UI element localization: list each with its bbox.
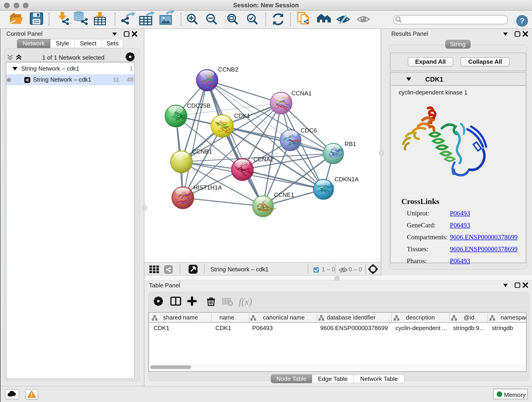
svg-text:CCNB1: CCNB1 xyxy=(192,148,212,155)
svg-text:CDKN1A: CDKN1A xyxy=(335,176,359,183)
svg-text:f(x): f(x) xyxy=(239,296,252,307)
svg-text:CCNB2: CCNB2 xyxy=(218,66,238,73)
svg-text:CDC6: CDC6 xyxy=(301,127,317,134)
svg-text:RB1: RB1 xyxy=(345,140,356,147)
svg-text:CDC25B: CDC25B xyxy=(187,102,210,109)
svg-text:CDK1: CDK1 xyxy=(234,112,250,119)
svg-text:CCNE1: CCNE1 xyxy=(274,191,294,198)
svg-text:CCNA2: CCNA2 xyxy=(253,156,273,163)
svg-text:CCNA1: CCNA1 xyxy=(291,90,312,97)
svg-text:HIST1H1A: HIST1H1A xyxy=(193,184,222,191)
